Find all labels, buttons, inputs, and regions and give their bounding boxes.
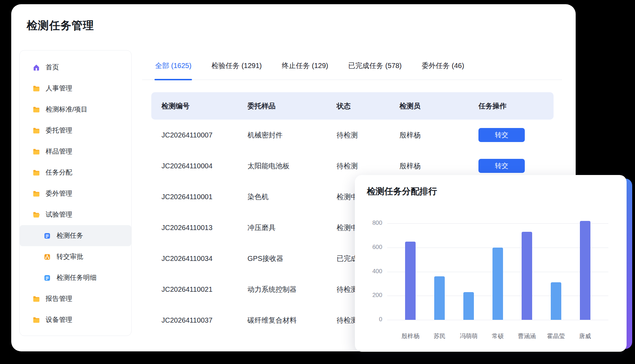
cell-task-id: JC20264110004 (161, 162, 247, 170)
x-axis-category-label: 霍晶莹 (541, 332, 570, 340)
bar-slot (483, 223, 512, 320)
transfer-button[interactable]: 转交 (478, 159, 525, 173)
x-axis-category-label: 唐威 (570, 332, 600, 340)
sidebar-item-label: 检测标准/项目 (46, 105, 87, 114)
cell-inspector: 殷梓杨 (399, 130, 478, 140)
cell-task-id: JC20264110007 (161, 131, 247, 139)
cell-sample: 太阳能电池板 (247, 161, 337, 171)
column-header: 检测编号 (161, 101, 247, 111)
bar-slot (425, 223, 454, 320)
sidebar-item-entrust[interactable]: 委托管理 (20, 120, 131, 141)
sidebar-item-hr[interactable]: 人事管理 (20, 78, 131, 99)
cell-sample: 冲压磨具 (247, 223, 337, 232)
tab-completed[interactable]: 已完成任务 (578) (348, 61, 402, 80)
x-axis-category-label: 殷梓杨 (396, 332, 425, 340)
sidebar-item-label: 检测任务明细 (57, 273, 97, 282)
cell-task-id: JC20264110037 (161, 316, 247, 324)
cell-inspector: 殷梓杨 (399, 161, 478, 171)
cell-actions: 转交 (478, 159, 554, 173)
cell-actions: 转交 (478, 128, 554, 142)
sidebar-item-report[interactable]: 报告管理 (20, 288, 131, 309)
tab-bar: 全部 (1625)检验任务 (1291)终止任务 (129)已完成任务 (578… (142, 57, 562, 80)
chart-card: 检测任务分配排行 0200400600800 殷梓杨苏民冯萌萌常硕曹涵涵霍晶莹唐… (355, 175, 627, 352)
tab-terminated[interactable]: 终止任务 (129) (282, 61, 328, 80)
cell-status: 待检测 (337, 130, 399, 140)
sidebar-item-label: 设备管理 (46, 315, 72, 324)
bar-slot (454, 223, 483, 320)
folder-icon (32, 316, 40, 324)
y-axis-tick-label: 800 (358, 220, 382, 227)
cell-task-id: JC20264110013 (161, 224, 247, 232)
sidebar-item-equipment[interactable]: 设备管理 (20, 309, 131, 330)
cell-sample: 碳纤维复合材料 (247, 316, 337, 325)
sidebar-item-detection-task[interactable]: 检测任务 (20, 225, 131, 246)
sidebar-item-label: 任务分配 (46, 168, 72, 177)
cell-task-id: JC20264110001 (161, 193, 247, 201)
sidebar-item-assign[interactable]: 任务分配 (20, 162, 131, 183)
tab-outsourced[interactable]: 委外任务 (46) (422, 61, 464, 80)
task-icon (43, 231, 51, 240)
x-axis-category-label: 冯萌萌 (454, 332, 483, 340)
tab-inspection[interactable]: 检验任务 (1291) (211, 61, 262, 80)
folder-icon (32, 84, 40, 93)
sidebar-item-outsource[interactable]: 委外管理 (20, 183, 131, 204)
bar-殷梓杨 (405, 242, 416, 320)
sidebar-item-label: 首页 (46, 63, 59, 72)
column-header: 检测员 (399, 101, 478, 111)
sidebar-item-sample[interactable]: 样品管理 (20, 141, 131, 162)
sidebar-item-standards[interactable]: 检测标准/项目 (20, 99, 131, 120)
sidebar-item-label: 人事管理 (46, 84, 72, 93)
cell-status: 待检测 (337, 161, 399, 171)
sidebar-item-label: 报告管理 (46, 294, 72, 303)
cell-task-id: JC20264110021 (161, 285, 247, 294)
bar-slot (541, 223, 570, 320)
column-header: 状态 (337, 101, 399, 111)
x-axis-category-label: 曹涵涵 (512, 332, 541, 340)
bar-series (396, 223, 600, 320)
bar-slot (570, 223, 600, 320)
sidebar-item-transfer-approval[interactable]: 转交审批 (20, 246, 131, 267)
x-axis-category-label: 常硕 (483, 332, 512, 340)
y-axis-tick-label: 0 (358, 316, 382, 323)
detail-icon (43, 274, 51, 282)
y-axis-tick-label: 200 (358, 292, 382, 299)
bar-唐威 (580, 221, 590, 320)
folder-icon (32, 105, 40, 114)
bar-苏民 (434, 276, 445, 320)
folder-icon (32, 295, 40, 303)
x-axis-category-label: 苏民 (425, 332, 454, 340)
cell-sample: 染色机 (247, 192, 337, 202)
sidebar-item-label: 委外管理 (46, 189, 72, 198)
y-axis: 0200400600800 (358, 175, 382, 352)
sidebar-item-home[interactable]: 首页 (20, 57, 131, 78)
cell-sample: 机械密封件 (247, 130, 337, 140)
y-axis-tick-label: 600 (358, 244, 382, 251)
chart-gridline (387, 320, 608, 320)
table-header: 检测编号委托样品状态检测员任务操作 (151, 92, 554, 120)
cell-task-id: JC20264110034 (161, 255, 247, 263)
column-header: 任务操作 (478, 101, 554, 111)
folder-open-icon (32, 210, 40, 219)
folder-icon (32, 147, 40, 156)
y-axis-tick-label: 400 (358, 268, 382, 275)
cell-sample: GPS接收器 (247, 254, 337, 263)
home-icon (32, 63, 40, 72)
bar-常硕 (492, 248, 503, 320)
tab-all[interactable]: 全部 (1625) (155, 61, 191, 80)
folder-icon (32, 189, 40, 198)
bar-冯萌萌 (463, 292, 474, 320)
approval-icon (43, 252, 51, 261)
table-row: JC20264110007机械密封件待检测殷梓杨转交 (151, 120, 554, 150)
sidebar-item-test-mgmt[interactable]: 试验管理 (20, 204, 131, 225)
sidebar: 首页人事管理检测标准/项目委托管理样品管理任务分配委外管理试验管理检测任务转交审… (19, 50, 132, 336)
sidebar-item-label: 样品管理 (46, 147, 72, 156)
sidebar-item-label: 委托管理 (46, 126, 72, 135)
bar-slot (396, 223, 425, 320)
page-title: 检测任务管理 (27, 18, 94, 33)
folder-icon (32, 168, 40, 177)
sidebar-item-task-detail[interactable]: 检测任务明细 (20, 267, 131, 288)
sidebar-item-label: 试验管理 (46, 210, 72, 219)
x-axis: 殷梓杨苏民冯萌萌常硕曹涵涵霍晶莹唐威 (396, 332, 600, 340)
transfer-button[interactable]: 转交 (478, 128, 525, 142)
bar-曹涵涵 (522, 232, 532, 320)
